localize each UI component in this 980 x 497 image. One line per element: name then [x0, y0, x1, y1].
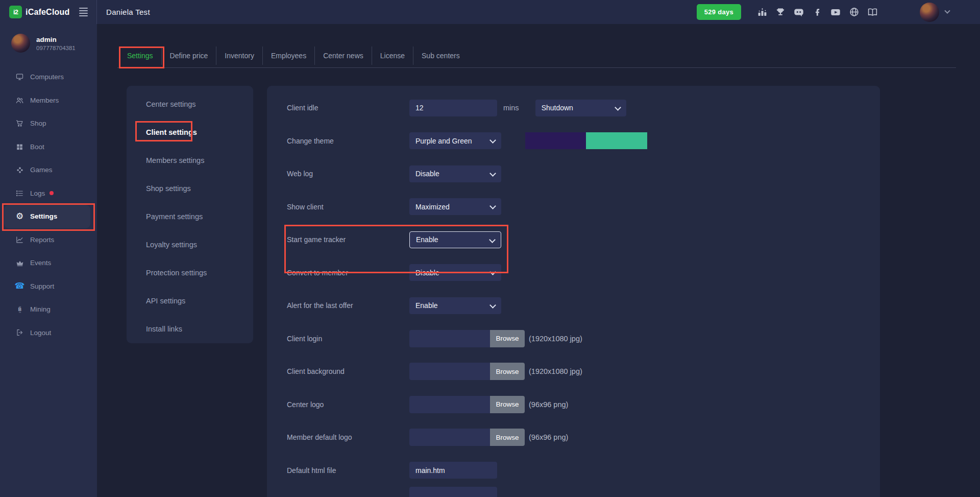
menu-toggle-icon[interactable]	[79, 8, 88, 16]
license-days-badge[interactable]: 529 days	[697, 4, 741, 20]
form-row-alert-last-offer: Alert for the last offer Enable	[287, 289, 880, 322]
browse-button[interactable]: Browse	[490, 363, 525, 380]
trophy-icon[interactable]	[775, 7, 786, 18]
form-row-start-game-tracker: Start game tracker Enable	[287, 223, 880, 256]
convert-to-member-select[interactable]: Disable	[409, 264, 501, 281]
client-idle-action-select[interactable]: Shutdown	[535, 100, 626, 116]
file-input-box[interactable]	[409, 396, 490, 413]
browse-button[interactable]: Browse	[490, 396, 525, 413]
notification-dot	[50, 191, 54, 195]
file-size-note: (96x96 png)	[529, 433, 568, 441]
sidebar-item-mining[interactable]: B Mining	[0, 298, 97, 321]
guide-book-icon[interactable]	[867, 7, 878, 18]
bitcoin-icon: B	[15, 305, 24, 314]
form-row-show-client: Show client Maximized	[287, 191, 880, 224]
submenu-payment-settings[interactable]: Payment settings	[127, 202, 253, 230]
submenu-loyalty-settings[interactable]: Loyalty settings	[127, 230, 253, 258]
sidebar-item-logs[interactable]: Logs	[0, 182, 97, 205]
brand-logo[interactable]: i2 iCafeCloud	[9, 6, 69, 18]
tab-define-price[interactable]: Define price	[162, 46, 217, 65]
tab-inventory[interactable]: Inventory	[216, 46, 263, 65]
submenu-install-links[interactable]: Install links	[127, 315, 253, 343]
client-settings-form: Client idle 12 mins Shutdown Change them…	[267, 86, 880, 497]
sidebar-item-games[interactable]: Games	[0, 158, 97, 182]
theme-preview	[525, 132, 647, 149]
sidebar-user[interactable]: admin 097778704381	[0, 24, 97, 53]
sidebar-item-label: Members	[30, 97, 59, 104]
client-idle-input[interactable]: 12	[409, 100, 497, 116]
sidebar-item-label: Events	[30, 259, 51, 267]
start-game-tracker-select[interactable]: Enable	[409, 231, 501, 248]
file-size-note: (96x96 png)	[529, 400, 568, 409]
field-label: Client login	[287, 335, 409, 343]
ranking-icon[interactable]	[756, 7, 768, 18]
file-size-note: (1920x1080 jpg)	[529, 335, 582, 343]
youtube-icon[interactable]	[830, 7, 841, 18]
tab-center-news[interactable]: Center news	[315, 46, 372, 65]
theme-swatch-purple	[525, 132, 586, 149]
sidebar-item-reports[interactable]: Reports	[0, 228, 97, 252]
gamepad-icon	[15, 165, 24, 174]
file-input-box[interactable]	[409, 330, 490, 347]
field-label: Client background	[287, 367, 409, 375]
member-default-logo-file-input[interactable]: Browse	[409, 429, 525, 446]
sidebar-nav: Computers Members Shop	[0, 65, 97, 344]
sidebar-item-support[interactable]: ☎ Support	[0, 275, 97, 298]
file-input-box[interactable]	[409, 429, 490, 446]
field-label: Web log	[287, 170, 409, 178]
change-theme-select[interactable]: Purple and Green	[409, 132, 501, 149]
submenu-shop-settings[interactable]: Shop settings	[127, 174, 253, 202]
web-log-select[interactable]: Disable	[409, 165, 501, 182]
sidebar-item-events[interactable]: Events	[0, 251, 97, 275]
sidebar-item-boot[interactable]: Boot	[0, 135, 97, 159]
sidebar-item-shop[interactable]: Shop	[0, 112, 97, 135]
sidebar-item-computers[interactable]: Computers	[0, 65, 97, 89]
discord-icon[interactable]	[793, 7, 804, 18]
file-input-box[interactable]	[409, 363, 490, 380]
brand-name: iCafeCloud	[26, 8, 69, 17]
submenu-protection-settings[interactable]: Protection settings	[127, 258, 253, 287]
show-client-select[interactable]: Maximized	[409, 198, 501, 215]
sidebar-item-members[interactable]: Members	[0, 89, 97, 112]
windows-icon	[15, 143, 24, 151]
default-html-file-input[interactable]: main.htm	[409, 462, 497, 479]
chevron-down-icon[interactable]	[944, 8, 950, 13]
facebook-icon[interactable]	[812, 7, 823, 18]
file-size-note: (1920x1080 jpg)	[529, 367, 582, 375]
tab-license[interactable]: License	[372, 46, 413, 65]
sidebar-item-logout[interactable]: Logout	[0, 321, 97, 345]
page-title: Daniela Test	[106, 8, 150, 16]
tab-employees[interactable]: Employees	[263, 46, 315, 65]
field-label: Start game tracker	[287, 235, 409, 244]
submenu-members-settings[interactable]: Members settings	[127, 146, 253, 174]
client-login-file-input[interactable]: Browse	[409, 330, 525, 347]
tab-sub-centers[interactable]: Sub centers	[413, 46, 468, 65]
sidebar-item-label: Settings	[30, 212, 57, 220]
form-row-partial	[287, 487, 880, 497]
center-logo-file-input[interactable]: Browse	[409, 396, 525, 413]
sidebar-item-label: Logs	[30, 190, 45, 197]
tab-settings[interactable]: Settings	[119, 46, 162, 65]
sidebar-item-settings[interactable]: ⚙ Settings	[4, 205, 90, 228]
user-avatar[interactable]	[920, 3, 939, 22]
globe-icon[interactable]	[848, 7, 860, 18]
partial-input[interactable]	[409, 487, 497, 497]
sidebar-item-label: Computers	[30, 73, 64, 81]
field-label: Show client	[287, 203, 409, 211]
sidebar-user-avatar	[11, 34, 30, 53]
tabbar: Settings Define price Inventory Employee…	[97, 24, 980, 68]
browse-button[interactable]: Browse	[490, 429, 525, 446]
form-row-member-default-logo: Member default logo Browse (96x96 png)	[287, 421, 880, 454]
submenu-api-settings[interactable]: API settings	[127, 287, 253, 315]
sidebar-item-label: Support	[30, 282, 54, 290]
gear-icon: ⚙	[15, 212, 24, 221]
mins-suffix: mins	[503, 104, 519, 112]
alert-last-offer-select[interactable]: Enable	[409, 297, 501, 314]
submenu-center-settings[interactable]: Center settings	[127, 90, 253, 118]
svg-text:B: B	[18, 306, 21, 312]
browse-button[interactable]: Browse	[490, 330, 525, 347]
submenu-client-settings[interactable]: Client settings	[127, 118, 253, 146]
chart-line-icon	[15, 235, 24, 244]
client-background-file-input[interactable]: Browse	[409, 363, 525, 380]
field-label: Default html file	[287, 466, 409, 475]
